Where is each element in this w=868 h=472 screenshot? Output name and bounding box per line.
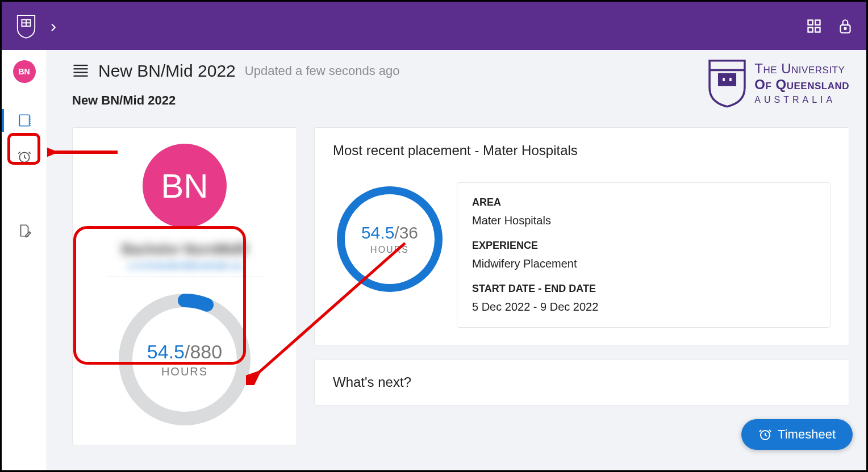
svg-rect-6: [815, 27, 820, 32]
sidebar-item-forms[interactable]: [2, 214, 47, 248]
dates-label: START DATE - END DATE: [472, 283, 815, 295]
svg-rect-9: [19, 115, 29, 126]
total-hours-unit: HOURS: [161, 365, 208, 378]
profile-email-blurred: s.m.bnstudent@example.uq: [84, 261, 285, 271]
svg-rect-18: [722, 77, 726, 82]
placement-heading: Most recent placement - Mater Hospitals: [333, 143, 831, 158]
area-label: AREA: [472, 197, 815, 208]
profile-name-blurred: Bachelor NurnMidfl: [84, 241, 285, 257]
dates-value: 5 Dec 2022 - 9 Dec 2022: [472, 300, 815, 314]
experience-value: Midwifery Placement: [472, 257, 815, 270]
placement-details: AREA Mater Hospitals EXPERIENCE Midwifer…: [457, 182, 831, 328]
whats-next-heading: What's next?: [333, 374, 831, 390]
page-title: New BN/Mid 2022: [98, 61, 236, 81]
recent-placement-card: Most recent placement - Mater Hospitals …: [314, 127, 849, 345]
total-hours-value: 54.5/880: [147, 341, 222, 363]
breadcrumb-chevron-icon[interactable]: ›: [51, 16, 56, 36]
lock-icon[interactable]: [838, 18, 853, 35]
placement-hours-value: 54.5/36: [361, 223, 418, 243]
main-content: New BN/Mid 2022 Updated a few seconds ag…: [47, 50, 866, 470]
timesheet-fab[interactable]: Timesheet: [741, 419, 853, 450]
apps-grid-icon[interactable]: [806, 18, 822, 34]
profile-avatar: BN: [143, 144, 227, 228]
sidebar: BN: [2, 50, 47, 470]
svg-rect-5: [808, 27, 813, 32]
page-header: New BN/Mid 2022 Updated a few seconds ag…: [72, 61, 849, 108]
page-subtitle: New BN/Mid 2022: [72, 93, 707, 108]
svg-rect-19: [729, 77, 733, 82]
list-stack-icon: [72, 63, 89, 79]
app-shield-icon: [15, 13, 37, 39]
uq-shield-icon: [707, 58, 748, 108]
uq-logo: The University Of Queensland AUSTRALIA: [707, 58, 849, 108]
alarm-clock-icon: [758, 428, 772, 441]
portfolio-icon: [17, 113, 32, 128]
divider: [107, 277, 262, 277]
profile-card: BN Bachelor NurnMidfl s.m.bnstudent@exam…: [72, 127, 297, 445]
alarm-clock-icon: [17, 149, 32, 164]
uq-text-2: Of Queensland: [754, 77, 849, 93]
svg-point-8: [844, 27, 846, 29]
svg-rect-4: [815, 20, 820, 24]
top-bar: ›: [0, 0, 868, 50]
area-value: Mater Hospitals: [472, 214, 815, 227]
placement-hours-unit: HOURS: [370, 245, 409, 255]
timesheet-fab-label: Timesheet: [778, 427, 836, 442]
sidebar-item-portfolio[interactable]: [2, 103, 47, 137]
updated-text: Updated a few seconds ago: [245, 64, 400, 78]
edit-document-icon: [17, 223, 32, 238]
sidebar-avatar[interactable]: BN: [13, 60, 36, 83]
svg-rect-3: [808, 20, 813, 24]
whats-next-card: What's next?: [314, 359, 849, 406]
uq-text-3: AUSTRALIA: [754, 95, 849, 105]
total-hours-ring: 54.5/880 HOURS: [114, 289, 256, 431]
placement-hours-ring: 54.5/36 HOURS: [333, 182, 446, 296]
sidebar-item-timesheet[interactable]: [2, 140, 47, 174]
uq-text-1: The University: [754, 61, 849, 77]
experience-label: EXPERIENCE: [472, 240, 815, 252]
